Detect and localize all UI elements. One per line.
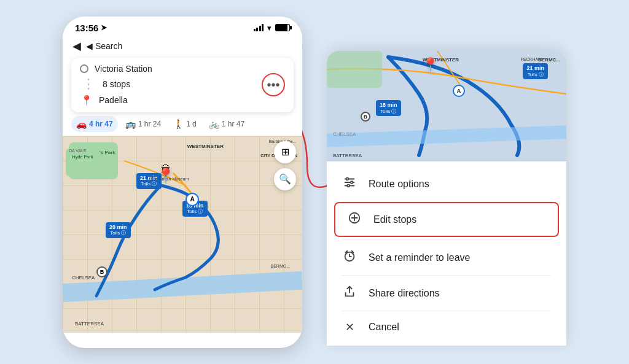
- reminder-icon: [342, 249, 357, 266]
- status-bar: 13:56 ➤ ▾: [63, 17, 302, 37]
- transport-tabs: 🚗 4 hr 47 🚌 1 hr 24 🚶 1 d 🚲 1 hr 47: [63, 112, 302, 136]
- walk-icon: 🚶: [173, 119, 184, 129]
- destination-pin-icon: 📍: [80, 95, 93, 106]
- destination-label: Padella: [99, 95, 128, 105]
- tab-transit[interactable]: 🚌 1 hr 24: [120, 116, 166, 132]
- sliders-icon: [342, 176, 357, 192]
- route-stops-count: ⋮ 8 stops: [80, 77, 152, 91]
- menu-battersea-label: BATTERSEA: [333, 153, 362, 158]
- phone-nav: ◀ ◀ Search: [63, 37, 302, 58]
- map-search-button[interactable]: 🔍: [274, 168, 296, 190]
- share-label: Share directions: [369, 288, 440, 299]
- svg-point-4: [346, 178, 349, 180]
- menu-marker-a: A: [453, 85, 465, 97]
- menu-toll-18min: 18 min Tolls ⓘ: [376, 100, 401, 116]
- origin-label: Victoria Station: [95, 64, 152, 74]
- tab-car[interactable]: 🚗 4 hr 47: [71, 116, 118, 132]
- menu-peckham-label: PECKHAM: [520, 57, 542, 61]
- reminder-label: Set a reminder to leave: [369, 252, 470, 263]
- stops-dots-icon: ⋮: [82, 77, 95, 91]
- menu-item-share[interactable]: Share directions: [327, 276, 566, 311]
- origin-icon: [80, 64, 88, 73]
- more-options-button[interactable]: •••: [262, 73, 285, 96]
- transit-label: 1 hr 24: [138, 120, 161, 128]
- route-destination: 📍 Padella: [80, 95, 152, 106]
- share-icon: [342, 285, 357, 301]
- car-label: 4 hr 47: [89, 120, 113, 128]
- car-icon: 🚗: [76, 119, 87, 129]
- cancel-icon: ✕: [342, 320, 357, 334]
- menu-items-list: Route options Edit stops: [327, 161, 566, 343]
- svg-point-6: [347, 185, 350, 187]
- route-svg: [63, 136, 302, 314]
- back-button[interactable]: ◀: [72, 39, 81, 53]
- search-icon: 🔍: [279, 173, 291, 185]
- marker-b: B: [96, 266, 107, 277]
- nav-icon: ➤: [101, 23, 107, 32]
- battery-icon: [275, 24, 290, 31]
- svg-point-5: [351, 181, 353, 184]
- walk-label: 1 d: [186, 120, 197, 128]
- map-area[interactable]: The Regent's Park Hyde Park DA VALE WEST…: [63, 136, 302, 333]
- status-time: 13:56 ➤: [75, 23, 107, 33]
- bike-label: 1 hr 47: [222, 120, 244, 128]
- bike-icon: 🚲: [209, 119, 219, 129]
- menu-panel: WESTMINSTER BERMC... CHELSEA BATTERSEA P…: [327, 51, 566, 346]
- stops-label: 8 stops: [103, 79, 130, 89]
- destination-map-pin: 📍: [157, 167, 175, 184]
- menu-destination-pin: 📍: [422, 57, 439, 73]
- cancel-label: Cancel: [369, 322, 399, 333]
- wifi-icon: ▾: [267, 23, 272, 33]
- bus-icon: 🚌: [125, 119, 136, 129]
- marker-a: A: [186, 193, 199, 206]
- phone-mockup: 13:56 ➤ ▾ ◀ ◀ Search: [63, 17, 302, 348]
- bottom-handle-area: [327, 343, 566, 346]
- menu-map-area: WESTMINSTER BERMC... CHELSEA BATTERSEA P…: [327, 51, 566, 161]
- edit-stops-icon: [346, 211, 362, 228]
- menu-item-cancel[interactable]: ✕ Cancel: [327, 311, 566, 343]
- status-icons: ▾: [254, 23, 291, 33]
- tab-walk[interactable]: 🚶 1 d: [168, 116, 201, 132]
- menu-item-route-options[interactable]: Route options: [327, 166, 566, 201]
- signal-icon: [254, 24, 264, 31]
- svg-rect-0: [327, 51, 382, 88]
- tab-bike[interactable]: 🚲 1 hr 47: [204, 116, 249, 132]
- route-stops: Victoria Station ⋮ 8 stops 📍 Padella: [80, 64, 152, 106]
- edit-stops-label: Edit stops: [373, 214, 416, 225]
- toll-label-20min: 20 min Tolls ⓘ: [106, 222, 131, 238]
- menu-marker-b: B: [361, 112, 370, 122]
- route-origin: Victoria Station: [80, 64, 152, 74]
- route-card: Victoria Station ⋮ 8 stops 📍 Padella •••: [71, 58, 294, 112]
- search-label: ◀ Search: [86, 41, 122, 51]
- layers-button[interactable]: ⊞: [274, 141, 296, 163]
- menu-item-reminder[interactable]: Set a reminder to leave: [327, 240, 566, 275]
- menu-item-edit-stops[interactable]: Edit stops: [334, 202, 559, 237]
- layers-icon: ⊞: [281, 146, 289, 158]
- route-options-label: Route options: [369, 179, 429, 190]
- menu-toll-21min: 21 min Tolls ⓘ: [523, 63, 548, 79]
- battersea-label: BATTERSEA: [75, 321, 104, 327]
